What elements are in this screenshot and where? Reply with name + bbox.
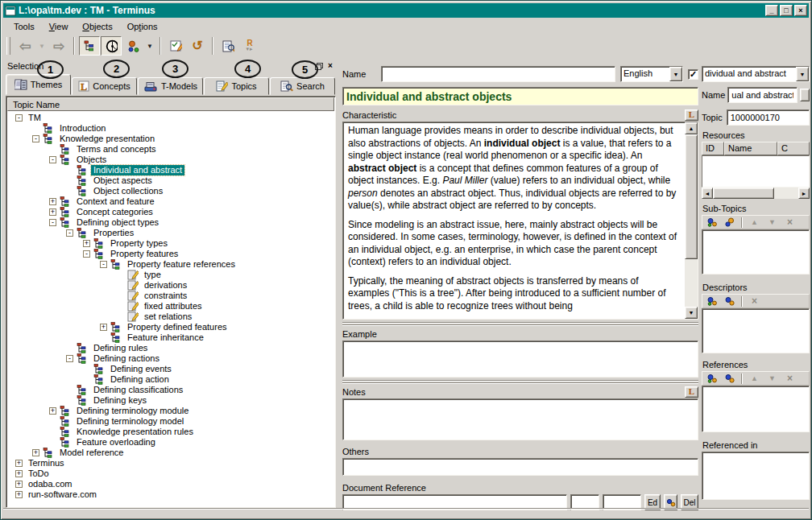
tree-node[interactable]: -Property features [7, 249, 334, 259]
notes-field[interactable] [342, 398, 698, 440]
move-down-button[interactable]: ▼ [764, 370, 780, 386]
object-view-button[interactable] [101, 36, 122, 56]
tab-topics[interactable]: Topics [204, 77, 269, 95]
tree-node[interactable]: fixed attributes [7, 301, 334, 312]
remove-button[interactable]: × [782, 214, 798, 230]
link-subtopic-button[interactable] [722, 214, 737, 230]
forward-arrow-button[interactable]: ⇨ [48, 36, 69, 56]
tree-node[interactable]: Terms and concepts [7, 144, 334, 155]
tree-node[interactable]: +run-software.com [7, 489, 334, 500]
scroll-right-icon[interactable]: ► [798, 188, 810, 199]
expand-icon[interactable]: + [49, 198, 56, 205]
tree-node[interactable]: -Defining ractions [7, 353, 334, 364]
scroll-left-icon[interactable]: ◄ [702, 188, 713, 199]
subtopics-list[interactable] [702, 229, 810, 274]
tree-node[interactable]: Object collections [7, 186, 334, 196]
undo-button[interactable]: ↺ [187, 36, 208, 56]
chevron-down-icon[interactable]: ▼ [796, 67, 809, 81]
menu-objects[interactable]: Objects [76, 20, 118, 33]
tree-view-button[interactable] [79, 36, 100, 56]
tree-node[interactable]: -Defining object types [7, 217, 334, 228]
tab-concepts[interactable]: LConcepts [72, 77, 137, 95]
tree-node[interactable]: Defining action [7, 374, 334, 385]
expand-icon[interactable]: + [32, 449, 39, 456]
tree-node[interactable]: Knowledge presentation rules [7, 427, 334, 437]
tree-node[interactable]: Defining keys [7, 395, 334, 406]
tree-node[interactable]: Object aspects [7, 175, 334, 186]
tree-node[interactable]: Individual and abstract [7, 165, 334, 175]
tree-column-header[interactable]: Topic Name [7, 97, 334, 111]
expand-icon[interactable]: + [49, 208, 56, 216]
tree-node[interactable]: constraints [7, 291, 334, 301]
name-more-button[interactable] [800, 89, 810, 101]
resources-column-name[interactable]: Name [724, 142, 777, 155]
collapse-icon[interactable]: - [49, 219, 56, 226]
references-list[interactable] [702, 386, 810, 432]
maximize-button[interactable]: □ [780, 5, 793, 16]
descriptors-list[interactable] [702, 308, 810, 353]
tree-node[interactable]: type [7, 270, 334, 280]
characteristic-scrollbar[interactable]: ▲ ▼ [685, 122, 698, 319]
tab-t-models[interactable]: T-Models [138, 77, 203, 95]
refresh-r-button[interactable]: R▾▸ [239, 36, 260, 56]
others-input[interactable] [342, 458, 698, 476]
tree-node[interactable]: Feature overloading [7, 437, 334, 448]
tree-node[interactable]: +Defining terminology module [7, 406, 334, 416]
tree-node[interactable]: -TM [7, 113, 334, 123]
tree-node[interactable]: -Objects [7, 155, 334, 165]
expand-icon[interactable]: + [15, 481, 23, 488]
close-button[interactable]: × [794, 5, 807, 16]
tree-node[interactable]: Feature inheritance [7, 332, 334, 343]
move-down-button[interactable]: ▼ [764, 214, 780, 230]
tree-node[interactable]: Defining classifications [7, 385, 334, 395]
close-panel-button[interactable]: × [325, 61, 336, 72]
tree-node[interactable]: +Property defined features [7, 322, 334, 332]
collapse-icon[interactable]: - [100, 261, 107, 268]
dropdown-caret-button[interactable]: ▼ [144, 36, 155, 56]
tree-node[interactable]: +Concept categories [7, 207, 334, 217]
move-up-button[interactable]: ▲ [747, 370, 762, 386]
scroll-up-icon[interactable]: ▲ [685, 122, 698, 134]
tree-node[interactable]: +Property types [7, 238, 334, 249]
tree-node[interactable]: set relations [7, 312, 334, 322]
expand-icon[interactable]: + [15, 460, 23, 467]
expand-icon[interactable]: + [15, 491, 23, 498]
scrollbar-thumb[interactable] [713, 188, 774, 199]
tree-node[interactable]: +Model reference [7, 448, 334, 458]
language-text-button[interactable]: L [685, 386, 698, 398]
language-select[interactable]: English ▼ [620, 66, 683, 82]
chevron-down-icon[interactable]: ▼ [669, 67, 682, 81]
splitter-handle[interactable] [342, 379, 698, 385]
collapse-icon[interactable]: - [49, 156, 56, 163]
resources-column-id[interactable]: ID [702, 142, 724, 155]
back-arrow-button[interactable]: ⇦ [14, 36, 35, 56]
tree-node[interactable]: Defining events [7, 364, 334, 374]
edit-form-button[interactable] [165, 36, 186, 56]
resources-scrollbar[interactable]: ◄ ► [702, 188, 810, 199]
collapse-icon[interactable]: - [66, 229, 73, 237]
minimize-button[interactable]: _ [765, 5, 778, 16]
tree-node[interactable]: -Knowledge presentation [7, 134, 334, 144]
tab-themes[interactable]: Themes [6, 74, 71, 95]
resources-column-c[interactable]: C [777, 142, 810, 155]
menu-options[interactable]: Options [121, 20, 164, 33]
tree-node[interactable]: derivations [7, 280, 334, 291]
add-reference-button[interactable] [704, 370, 719, 386]
add-subtopic-button[interactable] [704, 214, 719, 230]
name-input[interactable] [381, 66, 615, 82]
scrollbar-thumb[interactable] [685, 134, 698, 259]
tree-node[interactable]: +Terminus [7, 458, 334, 468]
scroll-down-icon[interactable]: ▼ [685, 307, 698, 319]
history-caret-button[interactable]: ▼ [36, 36, 48, 56]
referenced-in-list[interactable] [702, 452, 810, 500]
tree-node[interactable]: +odaba.com [7, 479, 334, 489]
tree-node[interactable]: +ToDo [7, 468, 334, 479]
remove-button[interactable]: × [747, 293, 762, 309]
expand-icon[interactable]: + [15, 470, 23, 477]
tree-node[interactable]: +Context and feature [7, 196, 334, 207]
link-reference-button[interactable] [722, 370, 737, 386]
menu-tools[interactable]: Tools [7, 20, 41, 33]
report-search-button[interactable] [218, 36, 238, 56]
remove-button[interactable]: × [782, 370, 798, 386]
collapse-icon[interactable]: - [83, 250, 90, 258]
